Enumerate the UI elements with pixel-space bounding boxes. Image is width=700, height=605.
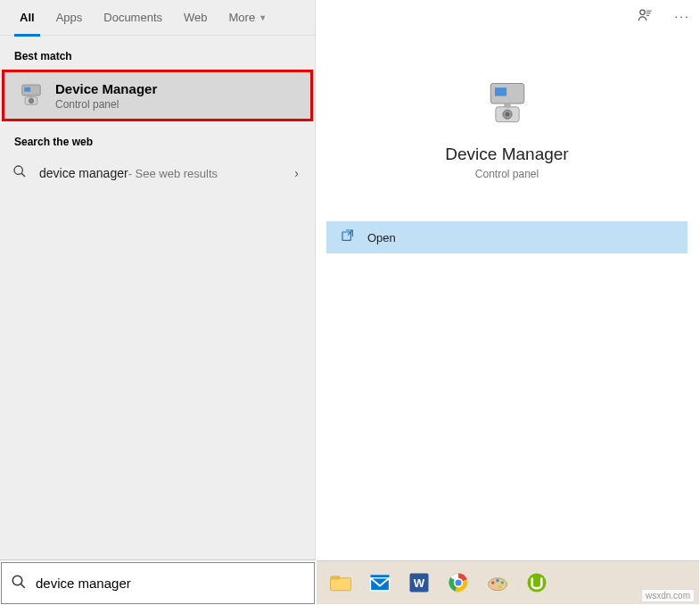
svg-rect-18 bbox=[331, 576, 341, 579]
svg-point-25 bbox=[455, 579, 463, 587]
svg-point-28 bbox=[496, 579, 499, 583]
svg-rect-13 bbox=[504, 104, 511, 108]
search-input[interactable] bbox=[36, 576, 305, 591]
detail-subtitle: Control panel bbox=[326, 168, 688, 180]
web-query-suffix: - See web results bbox=[128, 167, 218, 180]
taskbar-word[interactable]: W bbox=[402, 566, 436, 600]
detail-icon bbox=[326, 77, 688, 130]
tab-web[interactable]: Web bbox=[173, 0, 218, 36]
search-results-panel: All Apps Documents Web More ▼ Best match… bbox=[0, 0, 316, 560]
web-search-result[interactable]: device manager - See web results › bbox=[0, 155, 315, 191]
svg-point-30 bbox=[498, 585, 502, 589]
tab-more[interactable]: More ▼ bbox=[218, 0, 278, 36]
chevron-right-icon: › bbox=[294, 166, 299, 180]
tab-apps[interactable]: Apps bbox=[45, 0, 94, 36]
search-web-label: Search the web bbox=[0, 121, 315, 155]
svg-rect-17 bbox=[331, 578, 351, 591]
watermark: wsxdn.com bbox=[641, 589, 695, 602]
detail-panel: Device Manager Control panel Open bbox=[326, 55, 688, 524]
open-icon bbox=[341, 228, 357, 246]
svg-point-6 bbox=[14, 166, 22, 174]
svg-rect-5 bbox=[29, 95, 32, 98]
open-label: Open bbox=[367, 231, 396, 244]
tab-all[interactable]: All bbox=[9, 0, 45, 36]
taskbar-file-explorer[interactable] bbox=[324, 566, 358, 600]
best-match-subtitle: Control panel bbox=[55, 98, 157, 111]
detail-title: Device Manager bbox=[326, 145, 688, 164]
svg-line-16 bbox=[21, 584, 25, 588]
svg-rect-2 bbox=[24, 87, 30, 92]
svg-rect-19 bbox=[371, 575, 390, 591]
svg-rect-9 bbox=[494, 87, 506, 95]
search-bar[interactable] bbox=[1, 562, 315, 604]
best-match-label: Best match bbox=[0, 36, 315, 70]
taskbar-mail[interactable] bbox=[363, 566, 397, 600]
svg-point-0 bbox=[640, 10, 645, 14]
svg-text:W: W bbox=[414, 576, 425, 590]
svg-point-27 bbox=[491, 581, 495, 584]
best-match-result[interactable]: Device Manager Control panel bbox=[4, 71, 311, 120]
best-match-title: Device Manager bbox=[55, 81, 157, 96]
search-icon bbox=[11, 574, 27, 593]
more-options-icon[interactable]: ··· bbox=[671, 5, 693, 27]
svg-point-15 bbox=[12, 576, 22, 585]
web-query-text: device manager bbox=[39, 166, 128, 180]
tab-documents[interactable]: Documents bbox=[93, 0, 173, 36]
svg-point-4 bbox=[29, 98, 33, 103]
chevron-down-icon: ▼ bbox=[259, 13, 267, 22]
svg-point-12 bbox=[505, 112, 509, 117]
tab-bar: All Apps Documents Web More ▼ bbox=[0, 0, 315, 36]
feedback-icon[interactable] bbox=[634, 5, 655, 27]
best-match-text: Device Manager Control panel bbox=[55, 81, 157, 111]
taskbar-chrome[interactable] bbox=[441, 566, 475, 600]
tab-more-label: More bbox=[229, 11, 256, 24]
open-action[interactable]: Open bbox=[326, 221, 688, 253]
taskbar-utorrent[interactable] bbox=[520, 566, 554, 600]
svg-point-29 bbox=[501, 581, 505, 584]
device-manager-icon bbox=[16, 80, 46, 111]
svg-line-7 bbox=[21, 173, 25, 177]
search-icon bbox=[12, 164, 30, 182]
taskbar-paint[interactable] bbox=[481, 566, 515, 600]
